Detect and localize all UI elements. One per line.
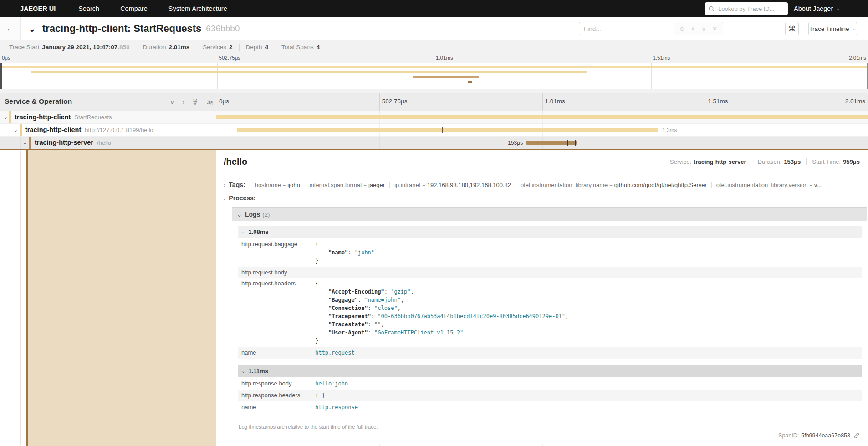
span-name-cell[interactable]: ⌄ tracing-http-clientStartRequests (0, 111, 216, 123)
indent-guide (20, 150, 21, 446)
minimap-gap (0, 89, 868, 93)
trace-id-lookup-input[interactable] (717, 5, 784, 13)
find-controls: ⊙ ∧ ∨ ✕ (674, 22, 723, 35)
process-accordian[interactable]: › Process: (224, 193, 860, 203)
nav-item-system-architecture[interactable]: System Architecture (168, 5, 227, 12)
span-name-cell[interactable]: ⌄ tracing-http-clienthttp://127.0.0.1:81… (0, 124, 216, 136)
span-bar-cell[interactable]: 153μs (216, 137, 868, 149)
logs-box: ⌄ Logs (2) ⌄ 1.08ms http.request.baggage… (232, 207, 867, 436)
chevron-down-icon: ⌄ (241, 369, 245, 374)
chevron-down-icon: ⌄ (241, 229, 245, 234)
axis-tick: 0μs (219, 98, 229, 105)
nav-item-search[interactable]: Search (78, 5, 99, 12)
log-timestamp: 1.08ms (248, 228, 268, 235)
json-value: { "Accept-Encoding": "gzip", "Baggage": … (315, 279, 858, 345)
service-name: tracing-http-client (25, 126, 81, 133)
plain-value: { } (315, 391, 858, 400)
link-icon[interactable] (853, 432, 860, 439)
tree-chevron-icon[interactable]: ⌄ (23, 140, 27, 146)
trace-id-lookup[interactable] (705, 2, 788, 15)
row-gridline (379, 444, 380, 446)
viewport-left-handle[interactable] (0, 63, 2, 89)
trace-view-selector[interactable]: Trace Timeline ⌄ (808, 22, 857, 35)
find-scope-icon[interactable]: ⊙ (679, 25, 684, 32)
tag-ip-intranet: ip.intranet = 192.168.93.180,192.168.100… (389, 182, 511, 188)
nav-item-compare[interactable]: Compare (120, 5, 148, 12)
string-value: hello:john (315, 380, 858, 388)
indent-guide (10, 137, 10, 149)
span-row-hello-selected[interactable]: ⌄ tracing-http-server/hello 153μs (0, 137, 868, 149)
span-row-startrequests[interactable]: ⌄ tracing-http-clientStartRequests (0, 111, 868, 124)
operation-name: StartRequests (74, 114, 112, 121)
chevron-right-icon: › (224, 195, 225, 202)
row-gridline (379, 137, 380, 149)
axis-tick: 1.01ms (545, 98, 565, 105)
span-bar[interactable] (216, 115, 868, 119)
tree-chevron-icon[interactable]: ⌄ (4, 114, 8, 120)
viewport-right-handle[interactable] (867, 63, 868, 89)
span-name-cell[interactable]: ⌄ tracing-http-server/hello (0, 137, 216, 149)
timeline-axis: 0μs 502.75μs 1.01ms 1.51ms 2.01ms (216, 93, 868, 111)
service-color-stripe (20, 124, 22, 136)
expand-one-icon[interactable]: › (182, 98, 184, 106)
minimap-tick: 502.75μs (219, 55, 241, 61)
span-row-http-client-call[interactable]: ⌄ tracing-http-clienthttp://127.0.0.1:81… (0, 124, 868, 137)
summary-depth: Depth 4 (239, 44, 269, 51)
span-bar[interactable] (526, 141, 577, 145)
operation-name: http://127.0.0.1:8199/hello (85, 127, 153, 133)
trace-title-wrap: ⌄ tracing-http-client: StartRequests 636… (28, 17, 240, 40)
row-gridline (542, 444, 543, 446)
keyboard-shortcuts-button[interactable]: ⌘ (785, 22, 799, 35)
operation-name: /hello (97, 139, 111, 146)
collapse-all-icon[interactable]: ≫ (192, 99, 199, 106)
tags-accordian[interactable]: › Tags: hostname = ijohn internal.span.f… (224, 180, 860, 189)
summary-duration: Duration 2.01ms (136, 44, 189, 51)
span-bar[interactable] (237, 128, 658, 132)
find-prev-icon[interactable]: ∧ (691, 25, 695, 32)
find-next-icon[interactable]: ∨ (702, 25, 706, 32)
minimap-viewport[interactable] (0, 63, 868, 89)
top-nav: JAEGER UI Search Compare System Architec… (0, 0, 868, 17)
minimap-canvas[interactable] (0, 63, 868, 89)
spanid-value: 5fb9944eaa67e853 (801, 432, 850, 439)
logs-body: ⌄ 1.08ms http.request.baggage { "name": … (232, 221, 867, 436)
log-marker[interactable] (442, 127, 443, 133)
tree-controls: ∨ › ≫ ≫ (170, 93, 213, 111)
find-clear-icon[interactable]: ✕ (712, 25, 717, 32)
span-detail-header[interactable]: /hello Service: tracing-http-server Dura… (224, 157, 860, 170)
chevron-down-icon: ⌄ (237, 211, 242, 218)
span-duration-label: 1.3ms (662, 127, 677, 133)
log-fields: http.request.baggage { "name": "john"} h… (238, 238, 862, 359)
service-color-stripe (9, 111, 11, 123)
log-marker[interactable] (567, 140, 568, 146)
logs-accordian[interactable]: ⌄ Logs (2) (232, 208, 867, 221)
collapse-one-icon[interactable]: ∨ (170, 98, 174, 106)
logs-count: (2) (262, 211, 270, 218)
log-entry-toggle[interactable]: ⌄ 1.08ms (238, 226, 862, 238)
find-box[interactable]: ⊙ ∧ ∨ ✕ (579, 22, 723, 35)
trace-summary-bar: Trace Start January 29 2021, 10:47:07 .8… (0, 40, 868, 54)
log-entry-toggle[interactable]: ⌄ 1.11ms (238, 365, 862, 377)
axis-gridline (705, 93, 705, 111)
span-bar-cell[interactable]: 1.3ms (216, 124, 868, 136)
collapse-trace-chevron-icon[interactable]: ⌄ (28, 26, 36, 31)
span-duration-label: 153μs (508, 140, 523, 146)
service-color-stripe (29, 137, 31, 149)
tree-chevron-icon[interactable]: ⌄ (14, 127, 18, 133)
log-marker[interactable] (575, 140, 576, 146)
column-resizer-grip[interactable]: || (210, 100, 214, 105)
span-detail-indent (0, 150, 216, 446)
back-button[interactable]: ← (0, 17, 21, 40)
tag-hostname: hostname = ijohn (250, 182, 300, 188)
summary-total-spans: Total Spans 4 (275, 44, 320, 51)
jaeger-logo[interactable]: JAEGER UI (20, 5, 56, 12)
log-field-row: http.response.headers { } (238, 390, 862, 401)
overview-start-time: Start Time: 959μs (806, 158, 860, 165)
log-field-row: http.request.body (238, 267, 862, 278)
about-jaeger-menu[interactable]: About Jaeger ⌄ (794, 0, 840, 17)
span-bar-cell[interactable] (216, 111, 868, 123)
json-value: { "name": "john"} (315, 240, 858, 265)
find-input[interactable] (579, 25, 674, 32)
tag-otel-lib-name: otel.instrumentation_library.name = gith… (516, 182, 707, 188)
span-detail-row: /hello Service: tracing-http-server Dura… (0, 149, 868, 446)
